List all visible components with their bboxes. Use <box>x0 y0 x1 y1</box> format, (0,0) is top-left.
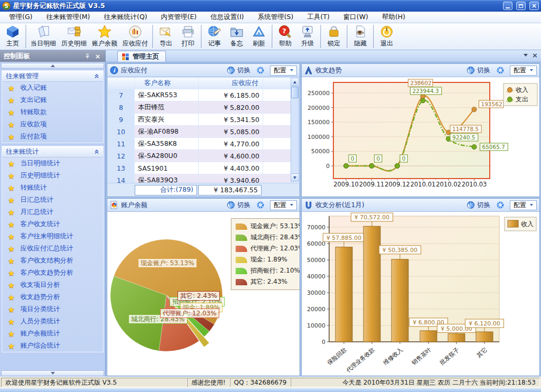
star-icon: ★ <box>8 269 15 277</box>
sidebar-item[interactable]: ★日汇总统计 <box>2 194 103 206</box>
scrollbar-thumb[interactable] <box>291 87 299 98</box>
total-amount: ¥ 183,467.55 <box>198 185 262 195</box>
toolbar-button-help[interactable]: ?帮助 <box>274 24 296 49</box>
config-button[interactable]: 配置 <box>510 200 537 210</box>
sidebar-scroll-down[interactable] <box>1 370 104 376</box>
sidebar-item[interactable]: ★当日明细统计 <box>2 157 103 170</box>
sidebar-section-header[interactable]: 往来账管理 <box>2 71 103 82</box>
menu-item[interactable]: 系统管理(S) <box>251 11 301 23</box>
toolbar-button-label: 应收应付 <box>123 39 148 48</box>
sidebar-item[interactable]: ★收支趋势分析 <box>2 291 103 303</box>
column-header-amount[interactable]: 应收应付 <box>199 78 263 89</box>
tab-list-dropdown-icon[interactable] <box>524 54 528 57</box>
sidebar-item[interactable]: ★应收款项 <box>2 118 103 130</box>
sidebar-item[interactable]: ★人员分类统计 <box>2 315 103 328</box>
sidebar-item[interactable]: ★账户综合统计 <box>2 340 103 352</box>
collapse-chevron-icon[interactable] <box>94 73 99 79</box>
menu-item[interactable]: 工具(T) <box>300 11 336 23</box>
sidebar-item[interactable]: ★客户收支结构分析 <box>2 255 103 267</box>
table-row[interactable]: 12保-SA280U0¥ 4,600.00 <box>108 150 293 162</box>
menu-item[interactable]: 往来账管理(M) <box>39 11 97 23</box>
toolbar-button-label: 帮助 <box>279 39 292 48</box>
config-button[interactable]: 配置 <box>270 66 297 76</box>
toolbar-button-receivable[interactable]: 应收应付 <box>120 24 151 49</box>
toolbar-button-memo[interactable]: 备忘 <box>226 24 248 49</box>
sidebar-item[interactable]: ★应付款项 <box>2 130 103 143</box>
switch-button[interactable]: 切换 <box>467 66 490 75</box>
switch-button[interactable]: 切换 <box>227 66 250 75</box>
sidebar-scroll-up[interactable] <box>1 63 104 69</box>
column-header-customer[interactable]: 客户名称 <box>135 78 198 89</box>
table-row[interactable]: 7保-SAKR553¥ 6,185.00 <box>108 89 293 101</box>
table-row[interactable]: 13SAS1901¥ 4,403.00 <box>108 162 293 174</box>
table-row[interactable]: 11保-SA358K8¥ 4,770.00 <box>108 138 293 150</box>
minimize-button[interactable] <box>503 2 512 10</box>
toolbar-button-export[interactable]: 导出 <box>155 24 177 49</box>
toolbar-button-history-detail[interactable]: 历史明细 <box>59 24 89 49</box>
star-icon: ★ <box>8 233 15 240</box>
chevron-down-icon <box>530 204 533 206</box>
table-row[interactable]: 9西安泰兴¥ 5,341.50 <box>108 114 293 125</box>
toolbar-button-home[interactable]: 主页 <box>2 24 24 49</box>
sidebar-item-label: 支出记账 <box>21 96 47 105</box>
scroll-up-button[interactable] <box>291 78 299 86</box>
sidebar-item[interactable]: ★月汇总统计 <box>2 206 103 218</box>
tab-home[interactable]: 管理主页 <box>117 51 166 62</box>
table-row[interactable]: 8本田锋范¥ 5,820.00 <box>108 101 293 113</box>
toolbar-button-note[interactable]: 记事 <box>203 24 226 49</box>
table-scrollbar[interactable] <box>291 78 299 182</box>
collapse-chevron-icon[interactable] <box>94 149 99 154</box>
scroll-down-button[interactable] <box>291 173 299 181</box>
sidebar-item[interactable]: ★客户收支统计 <box>2 218 103 230</box>
legend-label: 城北商行: 28.43% <box>250 233 300 242</box>
toolbar-button-print[interactable]: 打印 <box>177 24 199 49</box>
switch-button[interactable]: 切换 <box>467 201 490 210</box>
menu-item[interactable]: 管理(G) <box>2 11 39 23</box>
sidebar-item[interactable]: ★账户余额统计 <box>2 328 103 340</box>
table-row[interactable]: 10保-渝AF0898¥ 5,085.00 <box>108 126 293 137</box>
sidebar-item[interactable]: ★收支项目分析 <box>2 279 103 291</box>
close-button[interactable]: × <box>529 2 539 10</box>
sidebar-item[interactable]: ★支出记账 <box>2 94 103 106</box>
tab-close-icon[interactable]: × <box>532 52 538 59</box>
sidebar-item[interactable]: ★转账统计 <box>2 182 103 194</box>
sidebar-section-header[interactable]: 往来账统计 <box>2 146 103 157</box>
toolbar-button-lock[interactable]: 锁定 <box>323 24 345 49</box>
toolbar-button-label: 当日明细 <box>31 39 56 48</box>
toolbar-button-account-balance[interactable]: 账户余额 <box>89 24 120 49</box>
menu-item[interactable]: 帮助(H) <box>375 11 412 23</box>
menu-item[interactable]: 内资管理(E) <box>154 11 204 23</box>
gear-icon[interactable] <box>496 201 505 209</box>
exit-icon <box>380 25 394 39</box>
toolbar-button-upgrade[interactable]: 升级 <box>296 24 319 49</box>
sidebar-item[interactable]: ★项目分类统计 <box>2 303 103 315</box>
menu-item[interactable]: 信息设置(I) <box>203 11 250 23</box>
config-button[interactable]: 配置 <box>510 66 537 76</box>
amount-value: ¥ 5,341.50 <box>199 114 263 125</box>
close-panel-icon[interactable]: × <box>94 52 101 60</box>
config-button[interactable]: 配置 <box>270 200 297 210</box>
star-icon: ★ <box>8 221 15 228</box>
sidebar-item[interactable]: ★历史明细统计 <box>2 170 103 182</box>
switch-button[interactable]: 切换 <box>227 201 250 210</box>
gear-icon[interactable] <box>256 66 265 74</box>
sidebar-item[interactable]: ★转账取款 <box>2 106 103 118</box>
pin-icon[interactable] <box>83 52 91 60</box>
menu-item[interactable]: 窗口(W) <box>337 11 375 23</box>
menu-item[interactable]: 往来账统计(Q) <box>97 11 154 23</box>
toolbar-button-exit[interactable]: 退出 <box>376 24 398 49</box>
svg-text:40000: 40000 <box>307 273 325 280</box>
sidebar-item[interactable]: ★客户往来明细统计 <box>2 230 103 242</box>
sidebar-item[interactable]: ★应收应付汇总统计 <box>2 242 103 255</box>
gear-icon[interactable] <box>256 201 265 209</box>
customer-name: 保-SAKR553 <box>135 89 198 101</box>
toolbar-button-day-detail[interactable]: 当日明细 <box>28 24 59 49</box>
sidebar-item[interactable]: ★收入记账 <box>2 82 103 94</box>
receivable-table: 客户名称 应收应付 7保-SAKR553¥ 6,185.008本田锋范¥ 5,8… <box>107 77 294 186</box>
amount-value: ¥ 5,820.00 <box>199 101 263 113</box>
sidebar-item[interactable]: ★客户收支趋势分析 <box>2 267 103 279</box>
restore-button[interactable] <box>516 2 526 10</box>
gear-icon[interactable] <box>496 66 505 74</box>
toolbar-button-hide[interactable]: 隐藏 <box>349 24 371 49</box>
toolbar-button-refresh[interactable]: 刷新 <box>248 24 270 49</box>
